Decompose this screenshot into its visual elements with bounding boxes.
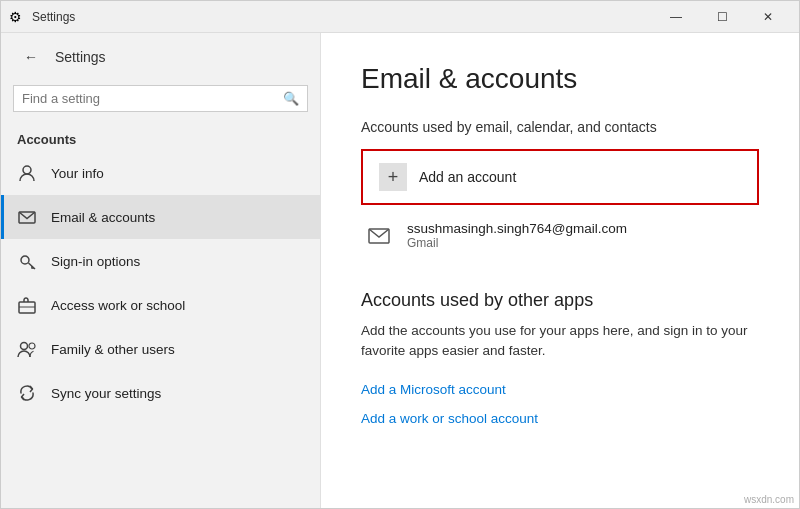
key-icon [17,251,37,271]
sidebar-item-label-sign-in-options: Sign-in options [51,254,140,269]
sidebar-app-title: Settings [55,49,106,65]
app-icon: ⚙ [9,9,22,25]
svg-point-8 [21,343,28,350]
section2-description: Add the accounts you use for your apps h… [361,321,759,362]
add-account-label: Add an account [419,169,516,185]
section2-heading: Accounts used by other apps [361,290,759,311]
sidebar-item-email-accounts[interactable]: Email & accounts [1,195,320,239]
sidebar-header: ← Settings [1,33,320,81]
title-bar-controls: — ☐ ✕ [653,1,791,33]
gmail-account-email: ssushmasingh.singh764@gmail.com [407,221,627,236]
svg-point-9 [29,343,35,349]
sidebar: ← Settings 🔍 Accounts Your info [1,33,321,508]
sidebar-item-sign-in-options[interactable]: Sign-in options [1,239,320,283]
minimize-button[interactable]: — [653,1,699,33]
people-icon [17,339,37,359]
sidebar-item-family-users[interactable]: Family & other users [1,327,320,371]
gmail-mail-icon [365,222,393,250]
search-box[interactable]: 🔍 [13,85,308,112]
title-bar: ⚙ Settings — ☐ ✕ [1,1,799,33]
gmail-account-item: ssushmasingh.singh764@gmail.com Gmail [361,209,759,262]
sidebar-category-label: Accounts [1,124,320,151]
section1-heading: Accounts used by email, calendar, and co… [361,119,759,135]
back-arrow-icon: ← [24,49,38,65]
sidebar-item-label-your-info: Your info [51,166,104,181]
add-microsoft-account-link[interactable]: Add a Microsoft account [361,378,506,401]
add-plus-icon: + [379,163,407,191]
person-icon [17,163,37,183]
sync-icon [17,383,37,403]
search-input[interactable] [22,91,277,106]
sidebar-item-label-access-work: Access work or school [51,298,185,313]
main-panel: Email & accounts Accounts used by email,… [321,33,799,508]
briefcase-icon [17,295,37,315]
close-button[interactable]: ✕ [745,1,791,33]
sidebar-item-access-work[interactable]: Access work or school [1,283,320,327]
sidebar-item-label-family-users: Family & other users [51,342,175,357]
gmail-account-info: ssushmasingh.singh764@gmail.com Gmail [407,221,627,250]
mail-icon [17,207,37,227]
main-title: Email & accounts [361,63,759,95]
sidebar-item-label-email-accounts: Email & accounts [51,210,155,225]
sidebar-item-your-info[interactable]: Your info [1,151,320,195]
sidebar-item-label-sync-settings: Sync your settings [51,386,161,401]
search-icon: 🔍 [283,91,299,106]
add-work-school-account-link[interactable]: Add a work or school account [361,407,538,430]
title-bar-left: ⚙ Settings [9,9,75,25]
app-body: ← Settings 🔍 Accounts Your info [1,33,799,508]
svg-point-0 [23,166,31,174]
add-account-button[interactable]: + Add an account [361,149,759,205]
svg-point-2 [21,256,29,264]
title-bar-title: Settings [32,10,75,24]
sidebar-item-sync-settings[interactable]: Sync your settings [1,371,320,415]
back-button[interactable]: ← [17,43,45,71]
gmail-account-type: Gmail [407,236,627,250]
maximize-button[interactable]: ☐ [699,1,745,33]
